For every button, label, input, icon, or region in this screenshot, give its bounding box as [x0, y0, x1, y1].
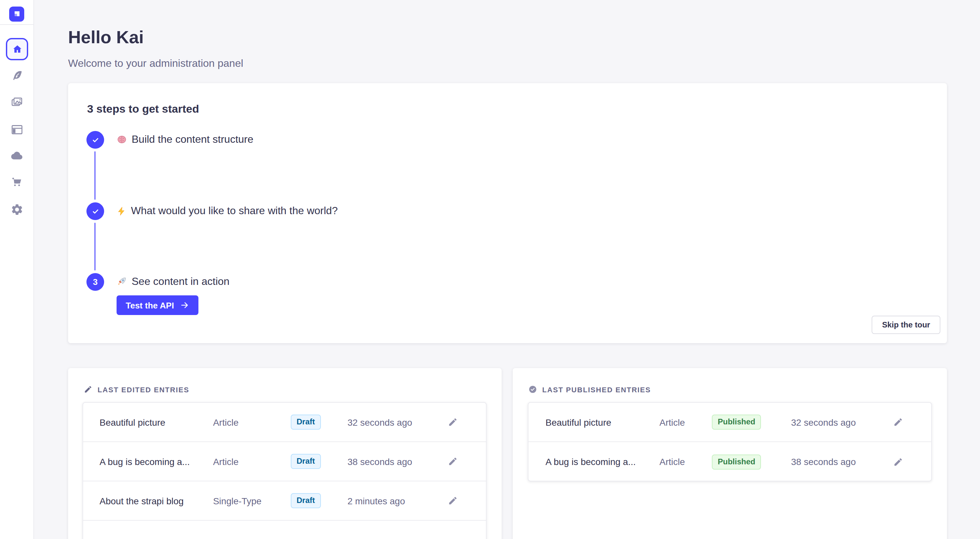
rocket-emoji-icon — [116, 277, 127, 287]
entry-type: Article — [213, 456, 291, 467]
skip-the-tour-button[interactable]: Skip the tour — [872, 316, 941, 334]
sidebar-item-marketplace[interactable] — [9, 175, 25, 191]
pencil-icon — [893, 457, 903, 467]
edit-entry-button[interactable] — [448, 456, 458, 466]
test-the-api-button[interactable]: Test the API — [116, 296, 198, 315]
sidebar-item-media-library[interactable] — [9, 94, 25, 110]
status-badge: Draft — [291, 454, 321, 469]
page-subtitle: Welcome to your administration panel — [68, 58, 243, 70]
pencil-icon — [448, 456, 458, 466]
sidebar-item-home[interactable] — [6, 38, 28, 60]
settings-gear-icon — [11, 203, 24, 216]
entry-title: A bug is becoming a... — [546, 456, 659, 467]
step-2-check-circle — [86, 202, 104, 220]
status-badge: Published — [712, 415, 761, 429]
last-edited-entries-header: LAST EDITED ENTRIES — [84, 385, 189, 394]
entry-title: Beautiful picture — [546, 417, 659, 427]
table-row: A bug is becoming a... Article Published… — [528, 442, 931, 481]
guided-tour-card: 3 steps to get started Build the content… — [68, 83, 947, 343]
entry-type: Article — [213, 417, 291, 427]
pencil-icon — [448, 417, 458, 427]
table-row: Beautiful picture Article Published 32 s… — [528, 403, 931, 442]
last-published-entries-table: Beautiful picture Article Published 32 s… — [528, 402, 932, 481]
pencil-icon — [84, 385, 92, 394]
last-edited-entries-table: Beautiful picture Article Draft 32 secon… — [83, 402, 487, 539]
entry-timestamp: 2 minutes ago — [347, 496, 448, 506]
entry-title: About the strapi blog — [100, 496, 213, 506]
sidebar-item-settings[interactable] — [9, 202, 25, 218]
table-row: About the strapi blog Single-Type Draft … — [83, 481, 486, 521]
sidebar-item-content-type-builder[interactable] — [9, 122, 25, 138]
status-badge: Draft — [291, 493, 321, 508]
entry-type: Article — [659, 417, 712, 427]
last-published-entries-panel: LAST PUBLISHED ENTRIES Beautiful picture… — [513, 368, 947, 539]
table-row: Beautiful picture Article Draft 32 secon… — [83, 403, 486, 442]
main-nav-sidebar — [0, 0, 34, 539]
last-edited-entries-panel: LAST EDITED ENTRIES Beautiful picture Ar… — [68, 368, 502, 539]
last-published-entries-title: LAST PUBLISHED ENTRIES — [542, 385, 651, 393]
marketplace-cart-icon — [11, 176, 24, 189]
feather-icon — [11, 69, 23, 81]
sidebar-divider — [0, 24, 34, 25]
content-type-builder-icon — [11, 123, 24, 136]
step-connector-line — [94, 223, 95, 270]
brain-emoji-icon — [116, 134, 127, 145]
status-badge: Published — [712, 454, 761, 469]
sidebar-item-content-manager[interactable] — [9, 67, 25, 83]
entry-title: Beautiful picture — [100, 417, 213, 427]
strapi-admin-dashboard: Hello Kai Welcome to your administration… — [0, 0, 980, 539]
pencil-icon — [448, 496, 458, 506]
step-1-check-circle — [86, 131, 104, 149]
pencil-icon — [893, 417, 903, 427]
check-icon — [91, 207, 100, 216]
edit-entry-button[interactable] — [448, 417, 458, 427]
step-3-label: See content in action — [132, 276, 229, 288]
step-connector-line — [94, 151, 95, 200]
last-published-entries-header: LAST PUBLISHED ENTRIES — [528, 385, 651, 394]
strapi-logo[interactable] — [9, 6, 24, 22]
sidebar-item-cloud[interactable] — [9, 148, 25, 164]
entry-timestamp: 38 seconds ago — [347, 456, 448, 467]
check-icon — [91, 135, 100, 145]
entry-timestamp: 38 seconds ago — [791, 456, 892, 467]
step-3-number: 3 — [93, 277, 97, 287]
entry-timestamp: 32 seconds ago — [347, 417, 448, 427]
edit-entry-button[interactable] — [448, 496, 458, 506]
last-edited-entries-title: LAST EDITED ENTRIES — [97, 385, 189, 393]
status-badge: Draft — [291, 415, 321, 429]
guided-tour-title: 3 steps to get started — [87, 103, 199, 116]
entry-title: A bug is becoming a... — [100, 456, 213, 467]
media-library-icon — [11, 95, 24, 109]
check-circle-icon — [528, 385, 537, 394]
step-3-number-circle: 3 — [86, 273, 104, 291]
test-the-api-label: Test the API — [126, 300, 174, 310]
step-1-label: Build the content structure — [132, 134, 253, 145]
entry-timestamp: 32 seconds ago — [791, 417, 892, 427]
entry-type: Single-Type — [213, 496, 291, 506]
cloud-icon — [11, 149, 24, 162]
step-2-label: What would you like to share with the wo… — [131, 205, 337, 217]
table-row: A bug is becoming a... Article Draft 38 … — [83, 442, 486, 481]
page-title: Hello Kai — [68, 27, 144, 48]
step-2-title[interactable]: What would you like to share with the wo… — [116, 204, 337, 218]
strapi-logo-icon — [11, 8, 22, 20]
step-1-title[interactable]: Build the content structure — [116, 132, 253, 147]
edit-entry-button[interactable] — [893, 457, 903, 467]
step-3-title[interactable]: See content in action — [116, 274, 229, 289]
home-icon — [11, 43, 22, 55]
entry-type: Article — [659, 456, 712, 467]
lightning-emoji-icon — [116, 206, 126, 216]
arrow-right-icon — [180, 301, 189, 310]
edit-entry-button[interactable] — [893, 417, 903, 427]
